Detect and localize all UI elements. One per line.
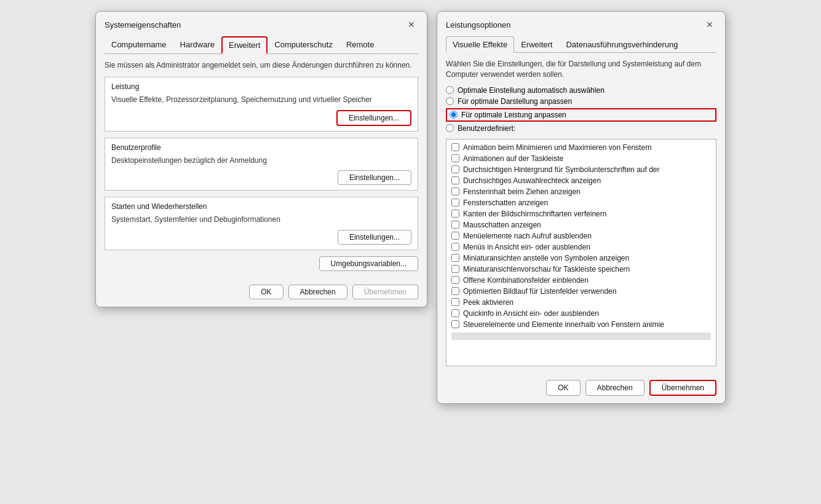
leistungsoptionen-tab-strip: Visuelle Effekte Erweitert Datenausführu…: [446, 36, 716, 53]
checkbox-label-5: Fensterschatten anzeigen: [463, 199, 548, 207]
tab-computername[interactable]: Computername: [105, 36, 173, 54]
checkbox-input-12[interactable]: [451, 276, 459, 284]
checkbox-input-1[interactable]: [451, 154, 459, 162]
systemeigenschaften-content: Computername Hardware Erweitert Computer…: [96, 36, 427, 280]
checkbox-item-2[interactable]: Durchsichtigen Hintergrund für Symbolunt…: [448, 164, 715, 175]
sys-cancel-button[interactable]: Abbrechen: [288, 285, 347, 299]
benutzerprofile-section: Benutzerprofile Desktopeinstellungen bez…: [105, 138, 418, 191]
radio-optimale-darstellung[interactable]: Für optimale Darstellung anpassen: [446, 97, 716, 106]
checkbox-item-5[interactable]: Fensterschatten anzeigen: [448, 197, 715, 208]
starten-einstellungen-button[interactable]: Einstellungen...: [338, 230, 411, 245]
checkbox-input-13[interactable]: [451, 287, 459, 295]
leistungsoptionen-footer: OK Abbrechen Übernehmen: [437, 375, 725, 403]
radio-optimale-leistung[interactable]: Für optimale Leistung anpassen: [446, 108, 716, 122]
perf-apply-button[interactable]: Übernehmen: [649, 380, 716, 396]
leistungsoptionen-titlebar: Leistungsoptionen ✕: [437, 12, 725, 36]
tab-visuelle-effekte[interactable]: Visuelle Effekte: [446, 36, 514, 53]
checkbox-item-6[interactable]: Kanten der Bildschirmschriftarten verfei…: [448, 208, 715, 219]
checkbox-label-4: Fensterinhalt beim Ziehen anzeigen: [463, 187, 581, 196]
tab-perf-erweitert[interactable]: Erweitert: [514, 36, 559, 53]
checkbox-label-13: Optimierten Bildlauf für Listenfelder ve…: [463, 287, 616, 296]
systemeigenschaften-footer: OK Abbrechen Übernehmen: [96, 280, 427, 307]
checkbox-item-8[interactable]: Menüelemente nach Aufruf ausblenden: [448, 230, 715, 242]
admin-notice: Sie müssen als Administrator angemeldet …: [105, 60, 418, 71]
checkbox-item-0[interactable]: Animation beim Minimieren und Maximieren…: [448, 142, 715, 153]
checkbox-label-12: Offene Kombinationsfelder einblenden: [463, 276, 589, 285]
checkbox-input-8[interactable]: [451, 232, 459, 240]
tab-hardware[interactable]: Hardware: [173, 36, 221, 54]
checkbox-input-0[interactable]: [451, 143, 459, 151]
checkbox-item-11[interactable]: Miniaturansichtenvorschau für Taskleiste…: [448, 264, 715, 275]
leistungsoptionen-close-button[interactable]: ✕: [703, 18, 716, 31]
perf-ok-button[interactable]: OK: [546, 380, 580, 396]
perf-cancel-button[interactable]: Abbrechen: [585, 380, 645, 396]
radio-benutzerdefiniert[interactable]: Benutzerdefiniert:: [446, 124, 716, 133]
checkbox-label-3: Durchsichtiges Auswahlrechteck anzeigen: [463, 176, 601, 185]
leistungsoptionen-content: Visuelle Effekte Erweitert Datenausführu…: [437, 36, 725, 375]
benutzerprofile-desc: Desktopeinstellungen bezüglich der Anmel…: [111, 156, 411, 166]
radio-optimale-leistung-input[interactable]: [450, 111, 458, 119]
checkbox-item-15[interactable]: Quickinfo in Ansicht ein- oder ausblende…: [448, 308, 715, 319]
checkbox-item-4[interactable]: Fensterinhalt beim Ziehen anzeigen: [448, 186, 715, 197]
checkbox-item-7[interactable]: Mausschatten anzeigen: [448, 219, 715, 230]
systemeigenschaften-close-button[interactable]: ✕: [405, 18, 418, 31]
systemeigenschaften-titlebar: Systemeigenschaften ✕: [96, 12, 427, 36]
starten-desc: Systemstart, Systemfehler und Debuginfor…: [111, 215, 411, 225]
tab-remote[interactable]: Remote: [339, 36, 381, 54]
radio-optimale-einstellung-label: Optimale Einstellung automatisch auswähl…: [458, 86, 605, 95]
benutzerprofile-einstellungen-button[interactable]: Einstellungen...: [338, 170, 411, 185]
checkbox-input-4[interactable]: [451, 187, 459, 195]
checkbox-input-2[interactable]: [451, 165, 459, 173]
checkbox-item-3[interactable]: Durchsichtiges Auswahlrechteck anzeigen: [448, 175, 715, 186]
checkbox-item-12[interactable]: Offene Kombinationsfelder einblenden: [448, 275, 715, 286]
starten-title: Starten und Wiederherstellen: [111, 202, 411, 211]
checkbox-label-6: Kanten der Bildschirmschriftarten verfei…: [463, 210, 606, 218]
checkbox-label-1: Animationen auf der Taskleiste: [463, 154, 563, 163]
checkbox-label-7: Mausschatten anzeigen: [463, 221, 541, 229]
radio-optimale-darstellung-input[interactable]: [446, 97, 454, 105]
checkbox-label-11: Miniaturansichtenvorschau für Taskleiste…: [463, 265, 630, 274]
checkbox-label-0: Animation beim Minimieren und Maximieren…: [463, 143, 652, 152]
radio-benutzerdefiniert-input[interactable]: [446, 124, 454, 132]
leistung-section: Leistung Visuelle Effekte, Prozessorzeit…: [105, 77, 418, 132]
checkbox-item-9[interactable]: Menüs in Ansicht ein- oder ausblenden: [448, 242, 715, 253]
leistungsoptionen-title: Leistungsoptionen: [446, 20, 511, 30]
benutzerprofile-title: Benutzerprofile: [111, 143, 411, 152]
checkbox-input-14[interactable]: [451, 298, 459, 306]
checkbox-input-9[interactable]: [451, 243, 459, 251]
sys-ok-button[interactable]: OK: [249, 285, 283, 299]
checkbox-item-13[interactable]: Optimierten Bildlauf für Listenfelder ve…: [448, 286, 715, 297]
radio-optimale-einstellung[interactable]: Optimale Einstellung automatisch auswähl…: [446, 86, 716, 95]
systemeigenschaften-dialog: Systemeigenschaften ✕ Computername Hardw…: [95, 11, 427, 307]
scrollbar-hint[interactable]: [451, 333, 711, 340]
tab-computerschutz[interactable]: Computerschutz: [268, 36, 339, 54]
checkbox-input-15[interactable]: [451, 309, 459, 317]
checkbox-input-10[interactable]: [451, 254, 459, 262]
radio-optimale-einstellung-input[interactable]: [446, 86, 454, 94]
perf-desc: Wählen Sie die Einstellungen, die für Da…: [446, 59, 716, 80]
checkbox-label-2: Durchsichtigen Hintergrund für Symbolunt…: [463, 165, 660, 174]
checkbox-input-11[interactable]: [451, 265, 459, 273]
checkbox-item-14[interactable]: Peek aktivieren: [448, 297, 715, 308]
leistung-einstellungen-button[interactable]: Einstellungen...: [336, 110, 411, 126]
radio-optimale-darstellung-label: Für optimale Darstellung anpassen: [458, 97, 572, 106]
checkbox-input-7[interactable]: [451, 221, 459, 229]
umgebungsvariablen-button[interactable]: Umgebungsvariablen...: [319, 256, 418, 271]
tab-datenausfuehrung[interactable]: Datenausführungsverhinderung: [559, 36, 684, 53]
checkbox-item-10[interactable]: Miniaturansichten anstelle von Symbolen …: [448, 253, 715, 264]
checkbox-item-1[interactable]: Animationen auf der Taskleiste: [448, 153, 715, 164]
checkbox-label-9: Menüs in Ansicht ein- oder ausblenden: [463, 243, 590, 251]
leistung-title: Leistung: [111, 82, 411, 91]
leistungsoptionen-dialog: Leistungsoptionen ✕ Visuelle Effekte Erw…: [437, 11, 726, 404]
systemeigenschaften-tab-strip: Computername Hardware Erweitert Computer…: [105, 36, 418, 54]
checkbox-input-5[interactable]: [451, 199, 459, 207]
checkbox-input-3[interactable]: [451, 176, 459, 184]
checkbox-label-8: Menüelemente nach Aufruf ausblenden: [463, 232, 592, 240]
tab-erweitert[interactable]: Erweitert: [221, 36, 268, 54]
checkbox-input-6[interactable]: [451, 210, 459, 218]
checkbox-item-16[interactable]: Steuerelemente und Elemente innerhalb vo…: [448, 319, 715, 330]
perf-checkbox-list[interactable]: Animation beim Minimieren und Maximieren…: [446, 139, 716, 366]
sys-apply-button[interactable]: Übernehmen: [352, 285, 418, 299]
checkbox-input-16[interactable]: [451, 320, 459, 328]
radio-benutzerdefiniert-label: Benutzerdefiniert:: [458, 124, 515, 133]
